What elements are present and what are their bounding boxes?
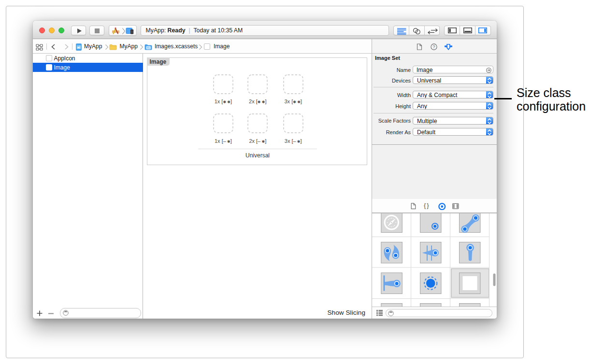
svg-text:?: ? [432, 44, 435, 49]
